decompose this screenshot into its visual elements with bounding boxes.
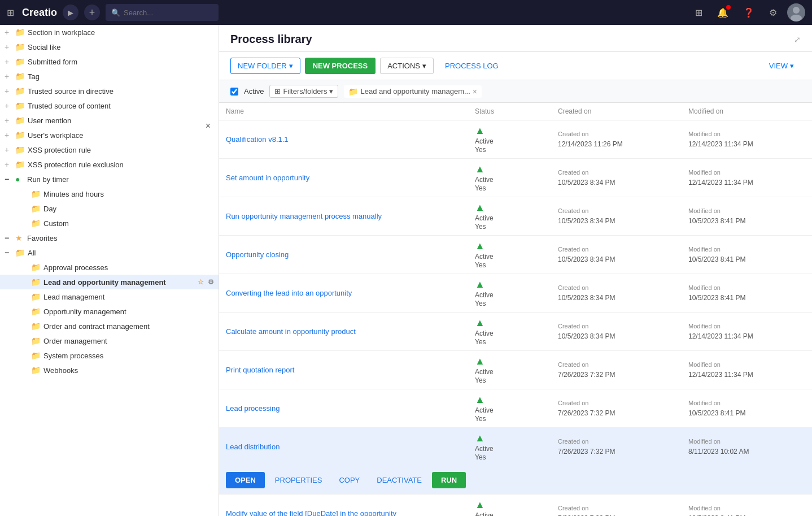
search-input[interactable] <box>124 8 213 17</box>
created-label: Created on <box>558 437 675 446</box>
copy-button[interactable]: COPY <box>332 472 366 488</box>
sidebar-item-label: User mention <box>28 116 214 125</box>
folder-icon: 📁 <box>15 145 25 154</box>
sidebar-item-xss-protection-rule[interactable]: +📁XSS protection rule <box>0 142 219 157</box>
process-log-button[interactable]: PROCESS LOG <box>438 58 505 73</box>
status-cell: ▲ Active Yes <box>468 197 551 236</box>
sidebar-item-trusted-source-content[interactable]: +📁Trusted source of content <box>0 98 219 113</box>
sidebar-item-order-management[interactable]: 📁Order management <box>0 333 219 348</box>
notifications-icon[interactable]: 🔔 <box>717 7 728 18</box>
table-row[interactable]: Converting the lead into an opportunity … <box>219 274 812 313</box>
sidebar-item-users-workplace[interactable]: +📁User's workplace <box>0 128 219 142</box>
user-avatar[interactable] <box>787 3 805 21</box>
process-link[interactable]: Opportunity closing <box>226 250 289 259</box>
sidebar-item-label: Social like <box>28 43 214 51</box>
col-header-name: Name <box>219 103 468 120</box>
status-text: Active <box>475 253 494 261</box>
status-icon: ▲ <box>475 432 485 444</box>
sidebar-item-section-in-workplace[interactable]: +📁Section in workplace <box>0 25 219 40</box>
sidebar-item-all[interactable]: −📁All <box>0 245 219 260</box>
modified-cell: Modified on 12/14/2023 11:34 PM <box>682 351 812 389</box>
sidebar-item-opportunity-management[interactable]: 📁Opportunity management <box>0 304 219 319</box>
view-button[interactable]: VIEW ▾ <box>762 58 801 73</box>
add-button[interactable]: + <box>84 5 100 20</box>
table-row[interactable]: Opportunity closing ▲ Active Yes Created… <box>219 236 812 274</box>
sidebar-item-system-processes[interactable]: 📁System processes <box>0 348 219 363</box>
active-filter-checkbox[interactable] <box>230 88 238 96</box>
sidebar-item-minutes-hours[interactable]: 📁Minutes and hours <box>0 187 219 201</box>
sidebar-item-day[interactable]: 📁Day <box>0 201 219 216</box>
sidebar-item-webhooks[interactable]: 📁Webhooks <box>0 363 219 378</box>
process-name-cell: Opportunity closing <box>219 236 468 274</box>
sidebar-item-xss-protection-exclusion[interactable]: +📁XSS protection rule exclusion <box>0 157 219 172</box>
process-link[interactable]: Run opportunity management process manua… <box>226 212 382 220</box>
table-row[interactable]: Qualification v8.1.1 ▲ Active Yes Create… <box>219 120 812 159</box>
table-row[interactable]: Set amount in opportunity ▲ Active Yes C… <box>219 159 812 197</box>
run-button[interactable]: RUN <box>432 472 466 488</box>
created-label: Created on <box>558 206 675 216</box>
filter-bar: Active ⊞ Filters/folders ▾ 📁 Lead and op… <box>219 80 812 103</box>
app-logo[interactable]: Creatio <box>22 7 57 19</box>
open-button[interactable]: OPEN <box>226 472 265 488</box>
created-cell: Created on 7/26/2023 7:32 PM <box>551 351 682 389</box>
play-button[interactable]: ▶ <box>63 5 78 20</box>
created-cell: Created on 7/26/2023 7:32 PM <box>551 428 682 466</box>
sidebar-item-trusted-source-directive[interactable]: +📁Trusted source in directive <box>0 84 219 98</box>
created-label: Created on <box>558 168 675 177</box>
help-icon[interactable]: ❓ <box>743 7 754 18</box>
sidebar-item-order-contract-mgmt[interactable]: 📁Order and contract management <box>0 319 219 333</box>
table-row[interactable]: Print quotation report ▲ Active Yes Crea… <box>219 351 812 389</box>
process-link[interactable]: Lead processing <box>226 404 280 413</box>
search-icon: 🔍 <box>111 8 120 17</box>
table-row[interactable]: Lead distribution ▲ Active Yes Created o… <box>219 428 812 466</box>
table-row[interactable]: Calculate amount in opportunity product … <box>219 313 812 351</box>
actions-button[interactable]: ACTIONS ▾ <box>380 58 434 74</box>
sidebar-close-button[interactable]: × <box>202 120 214 132</box>
process-link[interactable]: Qualification v8.1.1 <box>226 135 289 144</box>
process-link[interactable]: Modify value of the field [DueDate] in t… <box>226 509 396 516</box>
modified-cell: Modified on 12/14/2023 11:34 PM <box>682 120 812 159</box>
sidebar-item-favorites[interactable]: −★Favorites <box>0 231 219 245</box>
settings-icon[interactable]: ⚙ <box>208 278 214 286</box>
deactivate-button[interactable]: DEACTIVATE <box>370 472 429 488</box>
status-yes: Yes <box>475 261 486 269</box>
sidebar-item-tag[interactable]: +📁Tag <box>0 69 219 84</box>
process-link[interactable]: Converting the lead into an opportunity <box>226 289 352 297</box>
favorite-star-icon[interactable]: ☆ <box>198 278 204 286</box>
modified-value: 12/14/2023 11:34 PM <box>688 177 805 188</box>
expand-icon[interactable]: ⤢ <box>794 35 801 44</box>
new-folder-button[interactable]: NEW FOLDER ▾ <box>230 58 300 74</box>
sidebar-item-user-mention[interactable]: +📁User mention <box>0 113 219 128</box>
sidebar-item-label: Opportunity management <box>43 307 214 316</box>
table-row[interactable]: Run opportunity management process manua… <box>219 197 812 236</box>
folder-icon: 📁 <box>31 292 41 301</box>
sidebar-item-custom[interactable]: 📁Custom <box>0 216 219 231</box>
process-link[interactable]: Print quotation report <box>226 366 294 374</box>
sidebar-item-social-like[interactable]: +📁Social like <box>0 40 219 54</box>
modified-label: Modified on <box>688 245 805 254</box>
status-text: Active <box>475 406 494 414</box>
filters-folders-button[interactable]: ⊞ Filters/folders ▾ <box>269 85 338 98</box>
folder-chip-label: Lead and opportunity managem... <box>360 87 470 96</box>
sidebar-item-label: Section in workplace <box>28 28 214 37</box>
folder-icon: 📁 <box>348 87 358 96</box>
process-link[interactable]: Set amount in opportunity <box>226 174 309 182</box>
process-link[interactable]: Lead distribution <box>226 443 280 451</box>
grid-icon[interactable]: ⊞ <box>7 7 14 18</box>
table-row[interactable]: Lead processing ▲ Active Yes Created on … <box>219 389 812 428</box>
remove-folder-filter-button[interactable]: × <box>473 87 477 96</box>
sidebar-item-lead-opportunity-mgmt[interactable]: 📁Lead and opportunity management☆⚙ <box>0 275 219 289</box>
settings-icon[interactable]: ⚙ <box>769 7 777 18</box>
sidebar-item-lead-management[interactable]: 📁Lead management <box>0 289 219 304</box>
sidebar-item-approval-processes[interactable]: 📁Approval processes <box>0 260 219 275</box>
grid-apps-icon[interactable]: ⊞ <box>695 7 702 18</box>
process-link[interactable]: Calculate amount in opportunity product <box>226 327 356 336</box>
sidebar-item-run-by-timer[interactable]: −●Run by timer <box>0 172 219 187</box>
process-name-cell: Lead processing <box>219 389 468 428</box>
created-label: Created on <box>558 322 675 331</box>
sidebar-item-submitted-form[interactable]: +📁Submitted form <box>0 54 219 69</box>
new-process-button[interactable]: NEW PROCESS <box>305 58 376 74</box>
properties-button[interactable]: PROPERTIES <box>268 472 329 488</box>
status-cell: ▲ Active Yes <box>468 159 551 197</box>
table-row[interactable]: Modify value of the field [DueDate] in t… <box>219 495 812 517</box>
